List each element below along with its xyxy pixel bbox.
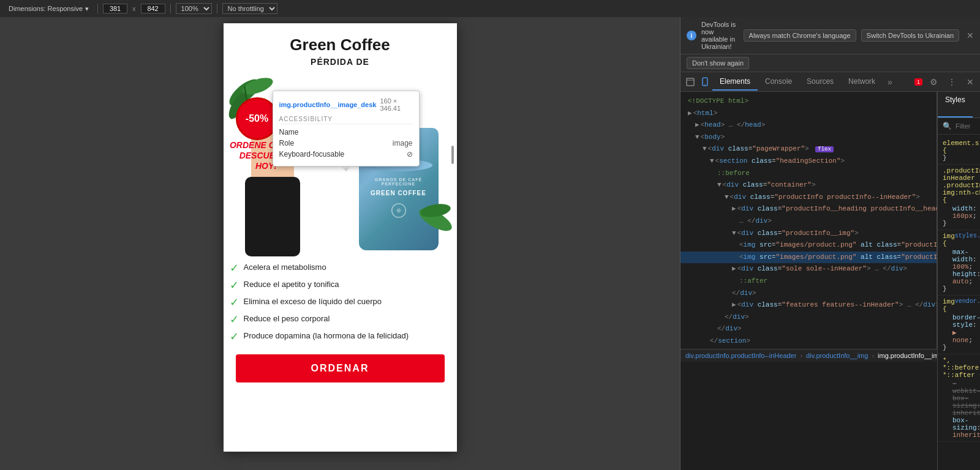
rule-selector-img-styles: img { [943,233,955,247]
bc-arrow-2: › [872,352,874,359]
tooltip-value-keyboard: ⊘ [407,150,413,159]
feature-item-4: ✓ Reduce el peso corporal [230,314,451,326]
tree-line-div-close2[interactable]: </div> [680,311,937,324]
breadcrumb-item-2[interactable]: div.productInfo__img [806,352,868,359]
rule-img-styles: img { styles.css:1 max-width: 100%; heig… [938,230,980,296]
tree-line-before1[interactable]: ::before [680,168,937,180]
rule-property-borderstyle: border-style: ▶ none; [943,314,975,344]
dont-show-button[interactable]: Don't show again [687,57,749,69]
tree-line-section-close[interactable]: </section> [680,335,937,348]
toolbar-separator-2 [170,4,171,13]
tree-line-img-mob[interactable]: <img src="images/product.png" alt class=… [680,239,937,252]
tooltip-row-name: Name [279,127,413,138]
tree-line-body[interactable]: ▼<body> [680,132,937,144]
tab-elements[interactable]: Elements [712,73,758,91]
device-toolbar-icon[interactable] [698,75,712,89]
rule-source-3[interactable]: vendor.min.css:1 [955,298,980,314]
tree-line-productinfo[interactable]: ▼<div class="productInfo productInfo--in… [680,192,937,204]
feature-text-4: Reduce el peso corporal [244,314,330,323]
throttle-select[interactable]: No throttling [222,3,277,14]
styles-subtabs: Styles Computed Layout Event Listeners D… [938,92,980,118]
rule-selector-universal: *, *::before, *::after { [943,357,980,379]
subtab-styles[interactable]: Styles [938,92,973,118]
tree-line-pagewrapper[interactable]: ▼<div class="pageWrapper"> flex [680,143,937,155]
main-area: Green Coffee PÉRDIDA DE img.productInfo_… [0,17,980,470]
tab-sources[interactable]: Sources [799,73,841,91]
zoom-select[interactable]: 100% [176,3,212,14]
tree-line-img-desk[interactable]: <img src="images/product.png" alt class=… [680,252,937,264]
styles-filter-input[interactable] [956,122,980,130]
toolbar-separator-1 [97,4,98,13]
tree-line-sole[interactable]: ▶<div class="sole sole--inHeader"> … </d… [680,263,937,275]
inspect-element-icon[interactable] [683,75,698,89]
dimensions-selector[interactable]: Dimensions: Responsive ▾ [5,4,92,14]
styles-filter-bar: 🔍 .hov .cls + [938,118,980,135]
breadcrumb-item-1[interactable]: div.productInfo.productInfo--inHeader [685,352,796,359]
tree-line-ellipsis1[interactable]: … </div> [680,215,937,228]
feature-item-1: ✓ Acelera el metabolismo [230,263,451,275]
tooltip-element-name: img.productInfo__image_desk [279,101,377,108]
more-tabs-button[interactable]: » [883,75,897,89]
dimensions-chevron: ▾ [85,5,89,13]
feature-text-2: Reduce el apetito y tonifica [244,280,339,289]
can-logo [390,201,408,220]
tab-network[interactable]: Network [841,73,883,91]
switch-devtools-button[interactable]: Switch DevTools to Ukrainian [861,29,959,42]
toolbar-separator-3 [217,4,217,13]
devtools-notification: i DevTools is now available in Ukrainian… [680,17,980,54]
tooltip-section: ACCESSIBILITY [279,116,413,124]
check-icon-3: ✓ [230,296,239,309]
info-icon: i [687,31,696,40]
tooltip-value-role: image [393,139,413,147]
tree-line-headingsection[interactable]: ▼<section class="headingSection"> [680,155,937,168]
devtools-main: <!DOCTYPE html> ▶<html> ▶<head> … </head… [680,92,980,470]
viewport-area: Green Coffee PÉRDIDA DE img.productInfo_… [0,17,680,470]
scroll-indicator[interactable] [451,146,454,164]
check-icon-1: ✓ [230,261,239,275]
tree-line-container[interactable]: ▼<div class="container"> [680,179,937,192]
devtools-tabs: Elements Console Sources Network » 1 ⚙ ⋮… [680,72,980,92]
notification-close-icon[interactable]: ✕ [967,31,974,40]
rule-element-style: element.style { } [938,137,980,165]
tree-line-after[interactable]: ::after [680,275,937,288]
tree-line-heading[interactable]: ▶<div class="productInfo__heading produc… [680,203,937,215]
close-devtools-icon[interactable]: ✕ [963,75,978,89]
check-icon-5: ✓ [230,330,239,343]
tree-line-head[interactable]: ▶<head> … </head> [680,119,937,132]
breadcrumb-item-3[interactable]: img.productInfo__image_desk [878,352,937,359]
element-tooltip: img.productInfo__image_desk 160 × 346.41… [273,91,420,166]
tree-line-features[interactable]: ▶<div class="features features--inHeader… [680,299,937,311]
tree-line-div-close3[interactable]: </div> [680,323,937,335]
tab-console[interactable]: Console [758,73,799,91]
tree-line-html[interactable]: ▶<html> [680,108,937,120]
feature-text-1: Acelera el metabolismo [244,263,326,272]
check-icon-4: ✓ [230,313,239,326]
can-label: GRANOS DE CAFÉ PERFECIONE [359,177,439,186]
tooltip-size: 160 × 346.41 [380,97,412,112]
leaf-right [414,189,457,250]
height-input[interactable] [141,4,165,13]
rule-source-2[interactable]: styles.css:1 [955,233,980,248]
settings-icon[interactable]: ⚙ [926,75,941,89]
tree-line-doctype[interactable]: <!DOCTYPE html> [680,95,937,108]
tree-line-div-close1[interactable]: </div> [680,288,937,300]
styles-content: element.style { } .productInfo--inHeader… [938,135,980,470]
subtab-computed[interactable]: Computed [973,92,980,118]
html-tree[interactable]: <!DOCTYPE html> ▶<html> ▶<head> … </head… [680,92,937,349]
tree-line-productimg[interactable]: ▼<div class="productInfo__img"> [680,228,937,240]
error-badge: 1 [914,78,922,86]
devtools-panel: i DevTools is now available in Ukrainian… [680,17,980,470]
notification-text: DevTools is now available in Ukrainian! [701,21,739,50]
rule-close-1: } [943,154,947,162]
always-match-button[interactable]: Always match Chrome's language [744,29,856,42]
page-content: Green Coffee PÉRDIDA DE [224,23,457,67]
svg-rect-5 [245,177,300,256]
ellipsis-menu-icon[interactable]: ⋮ [944,75,959,89]
width-input[interactable] [103,4,127,13]
order-button[interactable]: ORDENAR [236,354,445,382]
check-icon-2: ✓ [230,278,239,292]
top-toolbar: Dimensions: Responsive ▾ x 100% No throt… [0,0,980,17]
mobile-content: Green Coffee PÉRDIDA DE img.productInfo_… [224,23,457,452]
rule-universal: *, *::before, *::after { styles.css:1 -w… [938,354,980,442]
tooltip-row-role: Role image [279,138,413,149]
